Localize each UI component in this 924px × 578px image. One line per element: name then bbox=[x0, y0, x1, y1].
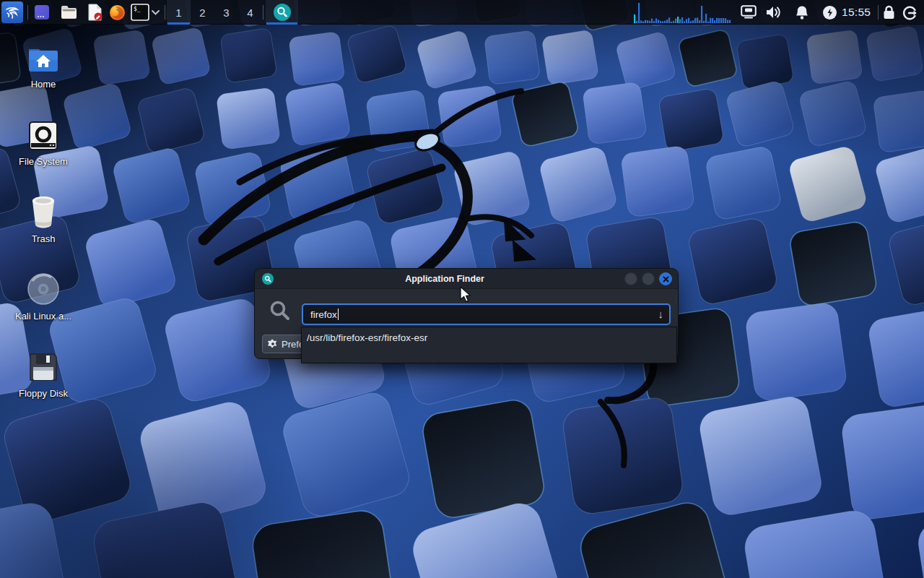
logout-icon bbox=[902, 5, 918, 21]
tray-power-manager[interactable] bbox=[822, 5, 837, 20]
gear-icon bbox=[268, 339, 278, 349]
launcher-terminal[interactable]: $_ bbox=[131, 4, 149, 21]
network-icon bbox=[741, 5, 757, 19]
firefox-icon bbox=[109, 4, 126, 21]
workspace-2[interactable]: 2 bbox=[191, 0, 214, 25]
launcher-file-manager[interactable] bbox=[60, 4, 77, 21]
taskbar-application-finder[interactable] bbox=[266, 0, 298, 25]
tray-volume[interactable] bbox=[765, 5, 783, 20]
floppy-icon bbox=[9, 350, 78, 383]
terminal-dropdown-chevron[interactable] bbox=[150, 4, 160, 21]
desktop-icon-kali-cd[interactable]: Kali Linux a... bbox=[9, 272, 78, 322]
completion-item[interactable]: /usr/lib/firefox-esr/firefox-esr bbox=[302, 327, 676, 349]
home-folder-icon bbox=[9, 40, 78, 74]
chevron-down-icon bbox=[152, 10, 160, 15]
desktop-icon-label: Trash bbox=[9, 233, 78, 244]
panel-separator bbox=[27, 5, 28, 20]
close-icon bbox=[663, 276, 669, 282]
desktop-icon-label: Kali Linux a... bbox=[9, 311, 78, 322]
panel-separator bbox=[263, 5, 263, 20]
launcher-desktop-settings[interactable] bbox=[33, 4, 51, 21]
panel-separator bbox=[165, 5, 165, 20]
workspace-1[interactable]: 1 bbox=[167, 0, 191, 25]
workspace-3[interactable]: 3 bbox=[214, 0, 238, 25]
app-finder-icon bbox=[273, 3, 292, 22]
desktop-icon-home[interactable]: Home bbox=[9, 40, 78, 90]
desktop-icon-filesystem[interactable]: File System bbox=[9, 118, 78, 167]
kali-menu-icon bbox=[4, 4, 20, 20]
launcher-text-editor[interactable] bbox=[87, 4, 104, 21]
disc-icon bbox=[9, 272, 78, 306]
terminal-icon: $_ bbox=[131, 4, 149, 21]
svg-text:$_: $_ bbox=[134, 6, 141, 12]
trash-icon bbox=[9, 195, 78, 228]
cpu-graph[interactable] bbox=[634, 1, 733, 23]
desktop-icon-trash[interactable]: Trash bbox=[9, 195, 78, 244]
desktop-icon-label: File System bbox=[9, 156, 78, 167]
launcher-firefox[interactable] bbox=[108, 4, 126, 21]
applications-menu-button[interactable] bbox=[1, 1, 23, 23]
top-panel: $_ 1 2 3 4 bbox=[0, 0, 924, 25]
desktop-icon-label: Home bbox=[9, 79, 78, 90]
text-caret bbox=[338, 309, 339, 320]
lock-icon bbox=[883, 5, 895, 20]
tray-notifications[interactable] bbox=[795, 5, 809, 20]
entry-dropdown-arrow-icon[interactable]: ↓ bbox=[658, 308, 664, 320]
tray-network[interactable] bbox=[741, 5, 757, 19]
tray-logout[interactable] bbox=[902, 5, 918, 21]
finder-window-icon bbox=[262, 273, 274, 285]
close-button[interactable] bbox=[659, 272, 672, 285]
search-input[interactable]: firefox ↓ bbox=[302, 303, 671, 325]
tray-lock-screen[interactable] bbox=[883, 5, 895, 20]
workspace-4[interactable]: 4 bbox=[238, 0, 262, 25]
search-icon bbox=[268, 299, 292, 324]
desktop-icon-label: Floppy Disk bbox=[9, 388, 78, 399]
minimize-button[interactable] bbox=[624, 272, 637, 285]
desktop-icon-floppy[interactable]: Floppy Disk bbox=[9, 350, 78, 399]
desktop-window-icon bbox=[34, 4, 50, 20]
completion-popup: /usr/lib/firefox-esr/firefox-esr bbox=[301, 327, 677, 363]
search-input-value: firefox bbox=[310, 309, 337, 320]
power-manager-icon bbox=[822, 5, 837, 20]
maximize-button[interactable] bbox=[642, 272, 655, 285]
text-editor-icon bbox=[87, 4, 103, 21]
volume-icon bbox=[765, 5, 783, 20]
file-manager-icon bbox=[61, 5, 77, 20]
panel-separator bbox=[878, 5, 879, 20]
finder-title: Application Finder bbox=[276, 269, 613, 289]
panel-clock[interactable]: 15:55 bbox=[842, 0, 871, 25]
filesystem-drive-icon bbox=[9, 118, 78, 151]
mouse-cursor bbox=[460, 286, 476, 303]
bell-icon bbox=[795, 5, 809, 20]
